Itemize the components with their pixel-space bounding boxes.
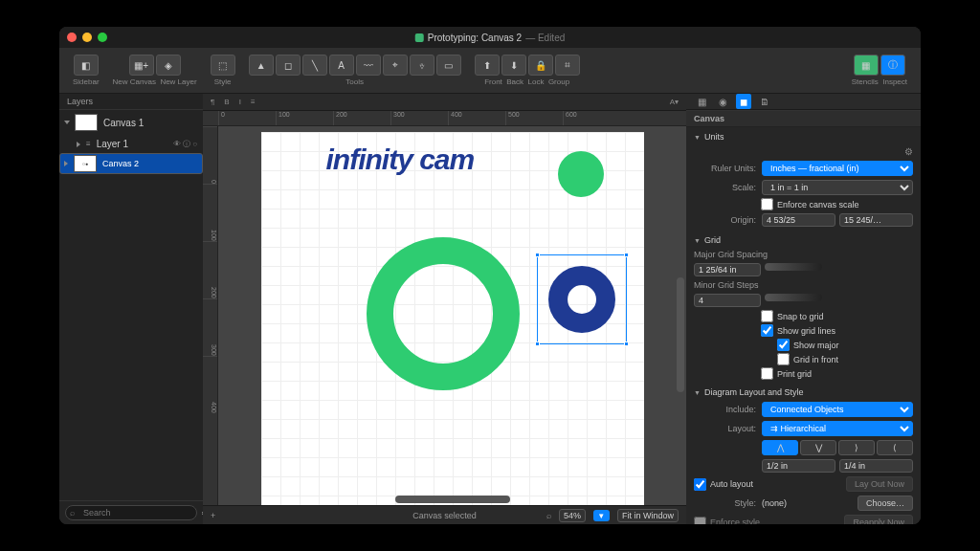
- origin-x-input[interactable]: [762, 213, 835, 227]
- shape-green-circle[interactable]: [558, 151, 604, 197]
- ruler-units-label: Ruler Units:: [694, 164, 756, 173]
- new-layer-button[interactable]: ◈: [156, 55, 181, 76]
- window-controls: [67, 33, 107, 42]
- show-grid-checkbox[interactable]: [761, 324, 773, 337]
- line-tool[interactable]: ╲: [302, 55, 327, 76]
- scale-select[interactable]: 1 in = 1 in: [762, 180, 913, 195]
- bring-front-button[interactable]: ⬆: [475, 55, 500, 76]
- group-button[interactable]: ⌗: [555, 55, 580, 76]
- document-icon: [415, 33, 424, 42]
- section-title-units[interactable]: Units: [686, 129, 921, 144]
- zoom-stepper[interactable]: ▾: [593, 510, 610, 521]
- scrollbar-vertical[interactable]: [677, 277, 684, 392]
- font-size-icon[interactable]: A▾: [670, 98, 679, 106]
- shape-blue-ring[interactable]: [548, 266, 615, 333]
- show-major-checkbox[interactable]: [777, 339, 790, 351]
- direction-right-button[interactable]: ⟩: [838, 440, 875, 455]
- major-grid-input[interactable]: [694, 263, 761, 276]
- minor-grid-label: Minor Grid Steps: [694, 280, 913, 290]
- canvas-viewport[interactable]: infinity cam: [218, 126, 686, 505]
- fullscreen-icon[interactable]: [98, 33, 107, 42]
- direction-up-button[interactable]: ⋁: [800, 440, 836, 455]
- section-title-diagram[interactable]: Diagram Layout and Style: [686, 385, 921, 400]
- layout-now-button[interactable]: Lay Out Now: [846, 476, 913, 492]
- print-grid-checkbox[interactable]: [761, 367, 773, 380]
- scale-label: Scale:: [694, 183, 756, 192]
- snap-grid-checkbox[interactable]: [761, 310, 773, 322]
- text-object-infinity-cam[interactable]: infinity cam: [326, 143, 475, 176]
- para-style-icon[interactable]: ¶: [211, 98, 214, 106]
- ruler-units-select[interactable]: Inches — fractional (in): [762, 161, 913, 176]
- minor-grid-input[interactable]: [694, 294, 761, 307]
- disclosure-icon[interactable]: [64, 121, 70, 124]
- section-diagram: Diagram Layout and Style Include: Connec…: [686, 383, 921, 524]
- main-toolbar: ◧ Sidebar ▦+ ◈ New Canvas New Layer ⬚ St…: [59, 48, 921, 94]
- include-select[interactable]: Connected Objects: [762, 402, 913, 417]
- sidebar-item-canvas1[interactable]: Canvas 1: [59, 110, 203, 135]
- gear-icon[interactable]: ⚙: [904, 146, 913, 157]
- status-bar: + Canvas selected ⌕ 54% ▾ Fit in Window: [203, 505, 686, 524]
- stencils-button[interactable]: ▦: [854, 55, 879, 76]
- inspector-tab-object[interactable]: ▦: [694, 94, 709, 109]
- canvas-thumbnail: [75, 114, 98, 131]
- toggle-sidebar-button[interactable]: ◧: [74, 55, 99, 76]
- crop-tool[interactable]: ⎀: [410, 55, 434, 76]
- zoom-value[interactable]: 54%: [559, 509, 586, 522]
- lock-button[interactable]: 🔒: [528, 55, 553, 76]
- text-tool[interactable]: A: [329, 55, 354, 76]
- inspector-tab-canvas[interactable]: ◼: [736, 94, 751, 109]
- toolbar-label-right: Stencils Inspect: [852, 77, 907, 86]
- origin-y-input[interactable]: [839, 213, 913, 227]
- select-tool[interactable]: ▲: [249, 55, 274, 76]
- sidebar-item-label: Canvas 2: [102, 159, 139, 168]
- new-canvas-button[interactable]: ▦+: [129, 55, 154, 76]
- direction-left-button[interactable]: ⟨: [877, 440, 913, 455]
- align-icon[interactable]: ≡: [251, 98, 256, 106]
- include-label: Include:: [694, 405, 756, 414]
- grid-front-checkbox[interactable]: [777, 353, 790, 365]
- sidebar-item-layer1[interactable]: ≡ Layer 1 👁 ⓘ ○: [59, 135, 203, 153]
- direction-down-button[interactable]: ⋀: [762, 440, 798, 455]
- add-page-icon[interactable]: +: [211, 511, 215, 520]
- enforce-canvas-scale-checkbox[interactable]: [761, 198, 773, 210]
- visibility-icons[interactable]: 👁 ⓘ ○: [173, 139, 197, 149]
- section-title-grid[interactable]: Grid: [686, 232, 921, 248]
- canvas-page[interactable]: infinity cam: [261, 132, 644, 505]
- choose-style-button[interactable]: Choose…: [858, 496, 913, 511]
- major-grid-line-preview: [765, 263, 822, 271]
- shape-large-green-ring[interactable]: [367, 237, 520, 390]
- auto-layout-checkbox[interactable]: [694, 478, 706, 491]
- style-button[interactable]: ⬚: [211, 55, 235, 76]
- inspect-button[interactable]: ⓘ: [880, 55, 905, 76]
- sidebar-item-canvas2[interactable]: ○● Canvas 2: [59, 153, 203, 174]
- canvas-thumbnail: ○●: [74, 155, 97, 172]
- section-grid: Grid Major Grid Spacing Minor Grid Steps…: [686, 231, 921, 383]
- reapply-button[interactable]: Reapply Now: [844, 515, 913, 524]
- send-back-button[interactable]: ⬇: [501, 55, 526, 76]
- minimize-icon[interactable]: [82, 33, 92, 42]
- italic-icon[interactable]: I: [239, 98, 241, 106]
- close-icon[interactable]: [67, 33, 77, 42]
- zoom-search-icon[interactable]: ⌕: [546, 511, 551, 520]
- fit-button[interactable]: Fit in Window: [617, 509, 679, 522]
- disclosure-icon[interactable]: [64, 161, 68, 166]
- spacing-1-input[interactable]: [762, 459, 835, 473]
- sidebar: Layers Canvas 1 ≡ Layer 1 👁 ⓘ ○ ○● Canva…: [59, 94, 203, 524]
- stamp-tool[interactable]: ▭: [436, 55, 461, 76]
- toolbar-label-style: Style: [214, 77, 232, 86]
- bold-icon[interactable]: B: [224, 98, 229, 106]
- point-tool[interactable]: ⌖: [383, 55, 408, 76]
- search-input[interactable]: [65, 505, 197, 520]
- enforce-style-checkbox[interactable]: [694, 517, 706, 525]
- disclosure-icon[interactable]: [77, 142, 80, 147]
- layout-select[interactable]: ⇉ Hierarchical: [762, 421, 913, 436]
- shape-tool[interactable]: ◻: [276, 55, 301, 76]
- search-icon: ⌕: [70, 508, 75, 518]
- inspector-tab-document[interactable]: 🗎: [757, 94, 772, 109]
- scrollbar-horizontal[interactable]: [395, 496, 510, 503]
- inspector-tabs: ▦ ◉ ◼ 🗎: [686, 94, 921, 110]
- ruler-horizontal: 0100200300400500600: [203, 111, 686, 126]
- pen-tool[interactable]: 〰: [356, 55, 381, 76]
- inspector-tab-properties[interactable]: ◉: [715, 94, 730, 109]
- spacing-2-input[interactable]: [839, 459, 913, 473]
